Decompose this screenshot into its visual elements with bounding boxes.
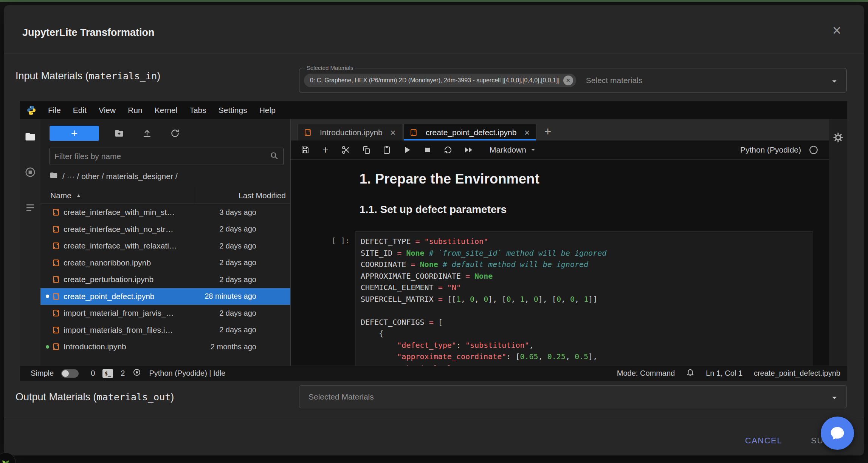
chevron-down-icon[interactable] [829, 76, 840, 88]
file-row[interactable]: create_interface_with_no_str…2 days ago [40, 221, 290, 238]
code-editor-lines[interactable]: DEFECT_TYPE = "substitution"SITE_ID = No… [355, 232, 813, 366]
file-modified: 2 days ago [194, 275, 290, 284]
mode-indicator[interactable]: Mode: Command [617, 369, 675, 378]
tab-introduction[interactable]: Introduction.ipynb × [298, 124, 402, 140]
chevron-down-icon[interactable] [829, 392, 840, 405]
code-line: DEFECT_TYPE = "substitution" [361, 236, 808, 247]
notebook-file-icon [304, 129, 312, 136]
save-icon[interactable] [301, 145, 310, 154]
restart-run-all-icon[interactable] [464, 145, 473, 154]
output-materials-select[interactable]: Selected Materials [299, 385, 847, 408]
new-tab-icon[interactable]: + [544, 125, 552, 137]
tab-bar: Introduction.ipynb × create_point_defect… [291, 119, 829, 140]
breadcrumb[interactable]: / ··· / other / materials_designer / [40, 165, 290, 184]
running-kernels-icon[interactable] [25, 167, 36, 178]
file-modified: 2 days ago [194, 258, 290, 267]
file-row[interactable]: create_perturbation.ipynb2 days ago [40, 271, 290, 288]
menu-edit[interactable]: Edit [67, 101, 93, 119]
code-line: "defect_type": "substitution", [361, 340, 808, 351]
code-line: CHEMICAL_ELEMENT = "N" [361, 282, 808, 293]
file-row[interactable]: import_material_from_jarvis_…2 days ago [40, 305, 290, 322]
refresh-icon[interactable] [170, 128, 180, 138]
bell-icon[interactable] [686, 368, 694, 378]
file-row[interactable]: create_interface_with_min_st…3 days ago [40, 204, 290, 221]
file-browser-toolbar: + [40, 119, 290, 145]
menu-help[interactable]: Help [253, 101, 282, 119]
menu-run[interactable]: Run [122, 101, 149, 119]
file-modified: 2 days ago [194, 242, 290, 250]
file-status-dot-empty [46, 278, 49, 281]
code-cell[interactable]: [ ]: DEFECT_TYPE = "substitution"SITE_ID… [291, 232, 829, 366]
tab-create-point-defect[interactable]: create_point_defect.ipynb × [403, 124, 536, 140]
menu-file[interactable]: File [42, 101, 67, 119]
terminal-count[interactable]: 0 [91, 369, 95, 378]
jupyter-menu-items: FileEditViewRunKernelTabsSettingsHelp [42, 101, 282, 119]
cell-type-dropdown[interactable]: Markdown [490, 145, 537, 154]
chat-bubble-button[interactable] [821, 417, 854, 450]
gear-icon[interactable] [832, 132, 844, 143]
chip-remove-icon[interactable]: × [563, 76, 573, 85]
file-row[interactable]: import_materials_from_files.i…2 days ago [40, 322, 290, 339]
menu-tabs[interactable]: Tabs [183, 101, 212, 119]
code-line: { [361, 328, 808, 340]
column-name[interactable]: Name [40, 187, 194, 204]
run-icon[interactable] [403, 145, 412, 154]
kernel-count[interactable]: 2 [121, 369, 125, 378]
cell-prompt: [ ]: [291, 232, 355, 366]
file-status-dot-empty [46, 244, 49, 248]
menu-view[interactable]: View [93, 101, 122, 119]
header-divider [4, 54, 864, 54]
right-sidebar [829, 119, 847, 366]
notebook-file-icon [52, 326, 60, 334]
stop-icon[interactable] [423, 145, 432, 154]
simple-toggle[interactable] [61, 369, 79, 378]
file-name: create_nanoribbon.ipynb [64, 258, 194, 267]
cancel-button[interactable]: CANCEL [745, 436, 782, 446]
cursor-position[interactable]: Ln 1, Col 1 [706, 369, 742, 378]
notebook-file-icon [52, 259, 60, 267]
notebook-toolbar: + Markdown Python (Pyodide) [291, 140, 829, 160]
add-cell-icon[interactable]: + [321, 145, 330, 154]
input-materials-select[interactable]: Selected Materials 0: C, Graphene, HEX (… [299, 68, 847, 93]
restart-kernel-icon[interactable] [443, 145, 453, 154]
file-name: create_interface_with_min_st… [64, 208, 194, 217]
simple-label: Simple [31, 369, 54, 378]
close-tab-icon[interactable]: × [390, 128, 396, 137]
filter-files-box[interactable] [50, 148, 284, 165]
paste-icon[interactable] [382, 145, 391, 154]
file-row[interactable]: create_nanoribbon.ipynb2 days ago [40, 255, 290, 272]
file-name: create_point_defect.ipynb [64, 292, 194, 301]
kernel-status[interactable]: Python (Pyodide) | Idle [149, 369, 225, 378]
new-folder-icon[interactable] [114, 128, 124, 138]
jupyterlite-embed: FileEditViewRunKernelTabsSettingsHelp + [20, 101, 847, 381]
jupyter-menubar: FileEditViewRunKernelTabsSettingsHelp [20, 101, 847, 119]
kernel-name[interactable]: Python (Pyodide) [740, 145, 801, 154]
status-bar: Simple 0 $_ 2 Python (Pyodide) | Idle Mo… [20, 366, 847, 381]
code-line: SUPERCELL_MATRIX = [[1, 0, 0], [0, 1, 0]… [361, 293, 808, 305]
menu-kernel[interactable]: Kernel [149, 101, 184, 119]
cut-icon[interactable] [341, 145, 350, 154]
file-name: import_material_from_jarvis_… [64, 309, 194, 318]
new-launcher-button[interactable]: + [50, 126, 99, 141]
file-row[interactable]: create_point_defect.ipynb28 minutes ago [40, 288, 290, 305]
close-icon[interactable]: × [832, 23, 841, 38]
file-row[interactable]: Introduction.ipynb2 months ago [40, 338, 290, 355]
file-row[interactable]: create_interface_with_relaxati…2 days ag… [40, 238, 290, 255]
python-logo-icon[interactable] [26, 105, 37, 116]
breadcrumb-path[interactable]: / ··· / other / materials_designer / [62, 172, 178, 181]
table-of-contents-icon[interactable] [25, 202, 36, 213]
file-browser-icon[interactable] [25, 131, 36, 142]
material-chip[interactable]: 0: C, Graphene, HEX (P6/mmm) 2D (Monolay… [304, 74, 576, 87]
file-list-header[interactable]: Name Last Modified [40, 187, 290, 204]
folder-icon[interactable] [50, 171, 58, 181]
menu-settings[interactable]: Settings [212, 101, 253, 119]
copy-icon[interactable] [362, 145, 371, 154]
chevron-down-icon [529, 146, 537, 154]
close-tab-icon[interactable]: × [524, 128, 530, 137]
column-last-modified[interactable]: Last Modified [194, 191, 290, 200]
file-modified: 3 days ago [194, 208, 290, 217]
notebook-file-icon [52, 208, 60, 216]
filter-files-input[interactable] [54, 152, 270, 161]
notebook-file-icon [52, 225, 60, 233]
upload-icon[interactable] [142, 128, 152, 138]
